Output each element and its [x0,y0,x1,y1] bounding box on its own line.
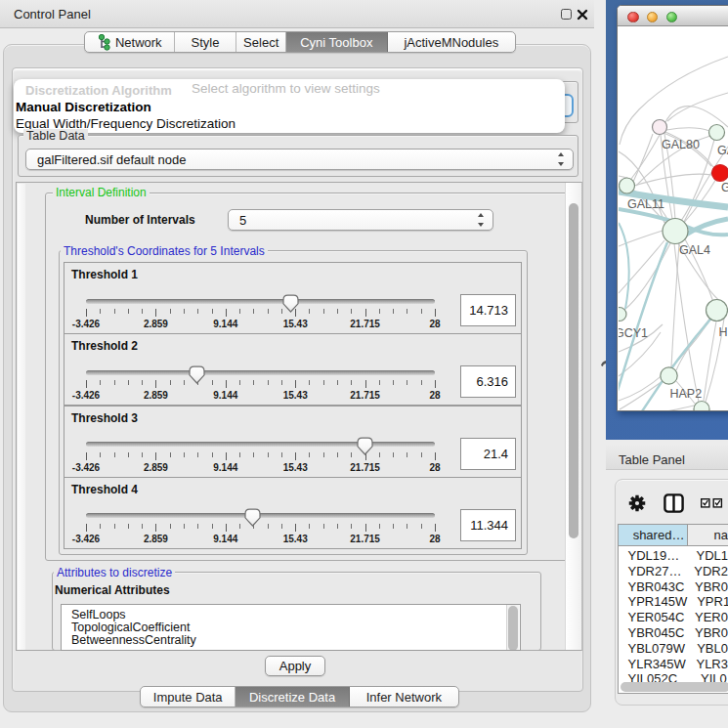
svg-text:GA: GA [717,144,728,157]
svg-text:G: G [721,181,728,194]
svg-text:GAL4: GAL4 [679,243,710,257]
svg-text:GAL80: GAL80 [662,138,700,151]
svg-text:H: H [719,325,728,339]
svg-text:GAL11: GAL11 [627,197,664,211]
svg-text:GCY1: GCY1 [619,326,648,340]
svg-text:HAP2: HAP2 [670,387,703,401]
